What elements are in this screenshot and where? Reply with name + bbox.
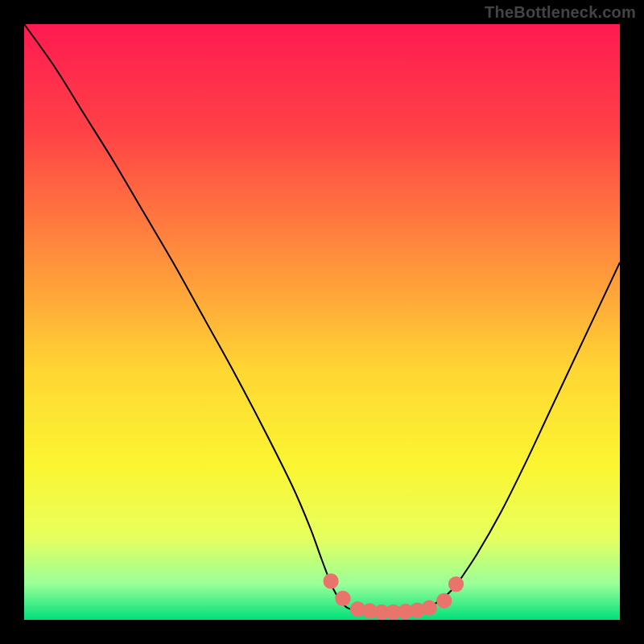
watermark-text: TheBottleneck.com (485, 3, 636, 22)
trough-marker (436, 593, 452, 609)
trough-marker (323, 573, 338, 588)
plot-area (24, 24, 620, 620)
chart-frame: TheBottleneck.com (0, 0, 644, 644)
trough-markers (24, 24, 620, 620)
trough-marker (422, 601, 437, 616)
trough-marker (335, 591, 350, 606)
trough-marker (448, 576, 464, 592)
